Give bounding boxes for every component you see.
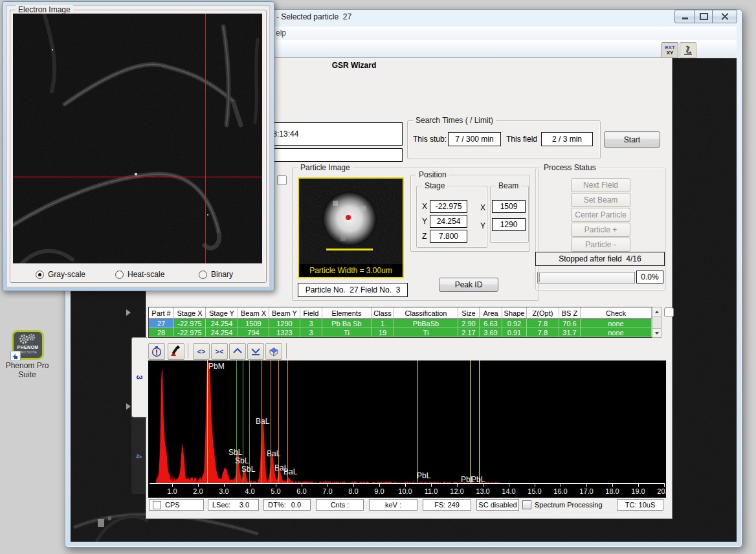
table-row[interactable]: 27-22.97524.254150912903Pb Ba Sb1PbBaSb2… [149, 319, 652, 328]
table-option-checkbox[interactable] [664, 307, 674, 317]
axis-tick-mark [405, 484, 406, 487]
peak-label: PbM [208, 362, 225, 370]
column-header[interactable]: Area [480, 307, 502, 319]
column-header[interactable]: Check [581, 307, 652, 319]
microscope-button[interactable] [680, 42, 696, 58]
column-header[interactable]: Shape [502, 307, 527, 319]
peak-label: SbL [228, 449, 242, 456]
process-button-set-beam[interactable]: Set Beam [571, 193, 630, 207]
axis-tick-label: 7.0 [317, 487, 339, 495]
table-cell[interactable]: 0.92 [502, 319, 527, 328]
particle-image-checkbox[interactable] [277, 175, 287, 185]
electron-image[interactable] [13, 14, 262, 263]
table-cell[interactable]: 1509 [238, 319, 269, 328]
compress-horizontal-button[interactable]: >< [211, 343, 228, 360]
timer-button[interactable] [148, 343, 165, 360]
table-cell[interactable]: 3.69 [480, 328, 502, 337]
spectrum-processing-checkbox[interactable] [522, 500, 531, 509]
status-value: 3.0 [239, 501, 249, 509]
table-cell[interactable]: 1290 [269, 319, 300, 328]
table-cell[interactable]: Ti [394, 328, 458, 337]
column-header[interactable]: Stage X [174, 307, 206, 319]
table-cell[interactable]: 31.7 [559, 328, 581, 337]
expand-vertical-button[interactable] [229, 343, 246, 360]
reset-view-button[interactable] [265, 343, 282, 360]
field-tab-3[interactable]: 3 [131, 337, 147, 417]
column-header[interactable]: Stage Y [206, 307, 238, 319]
table-cell[interactable]: 0.91 [502, 328, 527, 337]
column-header[interactable]: Size [458, 307, 480, 319]
minimize-button[interactable] [674, 10, 695, 23]
table-cell[interactable]: -22.975 [174, 319, 206, 328]
radio-heat-scale[interactable]: Heat-scale [115, 270, 164, 279]
compress-vertical-button[interactable] [247, 343, 264, 360]
cps-segment: CPS [149, 499, 204, 511]
table-cell[interactable]: 1 [372, 319, 394, 328]
table-cell[interactable]: 19 [372, 328, 394, 337]
scroll-up-icon[interactable] [652, 307, 661, 316]
icon-label: Phenom Pro Suite [1, 361, 53, 379]
menu-help[interactable]: elp [276, 28, 286, 38]
column-header[interactable]: Field [300, 307, 322, 319]
spectrum-plot[interactable]: PbMSbLSbLSbLBaLBaLBaLBaLPbLPbLPbL 1.02.0… [148, 360, 666, 498]
table-cell[interactable]: 7.8 [527, 328, 559, 337]
table-cell[interactable]: 2.90 [458, 319, 480, 328]
particle-image[interactable]: Particle Width = 3.00um [298, 177, 404, 278]
process-button-next-field[interactable]: Next Field [571, 178, 630, 192]
column-header[interactable]: Part # [149, 307, 174, 319]
expand-horizontal-button[interactable]: <> [193, 343, 210, 360]
field-tab-3-label: 3 [135, 375, 144, 380]
table-row[interactable]: 28-22.97524.25479413233Ti19Ti2.173.690.9… [149, 328, 652, 337]
table-cell[interactable]: 3 [300, 328, 322, 337]
table-cell[interactable]: 24.254 [206, 328, 238, 337]
table-cell[interactable]: 70.6 [559, 319, 581, 328]
stage-x-value: -22.975 [436, 202, 462, 211]
peak-id-button[interactable]: Peak ID [439, 278, 498, 292]
table-cell[interactable]: Ti [322, 328, 372, 337]
cps-label: CPS [165, 501, 180, 509]
progress-bar [537, 272, 635, 283]
column-header[interactable]: Beam Y [269, 307, 300, 319]
column-header[interactable]: BS Z [559, 307, 581, 319]
particle-table[interactable]: Part #Stage XStage YBeam XBeam YFieldEle… [148, 307, 652, 338]
phenom-pro-suite-shortcut[interactable]: PHENOM PRO SUITE Phenom Pro Suite [1, 329, 53, 384]
field-tab-4[interactable]: 4 [131, 418, 146, 494]
clean-spectrum-button[interactable] [168, 343, 184, 360]
table-cell[interactable]: none [581, 319, 652, 328]
table-cell[interactable]: 28 [149, 328, 174, 337]
cps-checkbox[interactable] [153, 501, 161, 509]
column-header[interactable]: Classification [394, 307, 458, 319]
table-cell[interactable]: 6.63 [480, 319, 502, 328]
column-header[interactable]: Beam X [238, 307, 269, 319]
close-button[interactable] [712, 10, 737, 23]
table-cell[interactable]: PbBaSb [394, 319, 458, 328]
process-button-particle[interactable]: Particle + [571, 223, 630, 237]
process-button-center-particle[interactable]: Center Particle [571, 208, 630, 222]
start-button[interactable]: Start [604, 131, 660, 148]
table-cell[interactable]: 27 [149, 319, 174, 328]
radio-binary[interactable]: Binary [199, 270, 233, 279]
table-cell[interactable]: 1323 [269, 328, 300, 337]
spectrum-axis [150, 483, 665, 484]
column-header[interactable]: Class [372, 307, 394, 319]
tab-scroll-down-icon[interactable] [126, 403, 131, 410]
table-cell[interactable]: -22.975 [174, 328, 206, 337]
table-cell[interactable]: 794 [238, 328, 269, 337]
table-cell[interactable]: 7.8 [527, 319, 559, 328]
scroll-down-icon[interactable] [652, 328, 661, 337]
peak-label: SbL [235, 457, 249, 465]
tab-scroll-up-icon[interactable] [126, 309, 131, 316]
table-cell[interactable]: 24.254 [206, 319, 238, 328]
radio-gray-scale[interactable]: Gray-scale [36, 270, 85, 279]
column-header[interactable]: Elements [322, 307, 372, 319]
table-cell[interactable]: none [581, 328, 652, 337]
column-header[interactable]: Z(Opt) [527, 307, 559, 319]
table-cell[interactable]: 2.17 [458, 328, 480, 337]
table-cell[interactable]: 3 [300, 319, 322, 328]
table-scrollbar[interactable] [652, 307, 662, 338]
table-cell[interactable]: Pb Ba Sb [322, 319, 372, 328]
beam-y-label: Y [480, 221, 485, 230]
ext-xy-button[interactable]: EXT XY [662, 42, 678, 58]
process-button-particle[interactable]: Particle - [571, 238, 630, 252]
maximize-button[interactable] [694, 10, 713, 23]
